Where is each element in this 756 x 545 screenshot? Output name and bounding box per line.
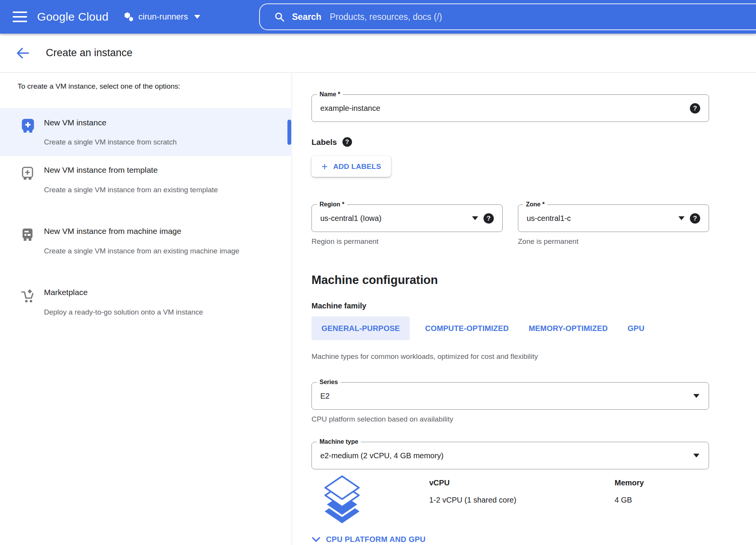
series-label: Series bbox=[317, 378, 341, 386]
name-field[interactable]: Name * example-instance ? bbox=[311, 94, 709, 122]
labels-heading: Labels bbox=[311, 138, 337, 147]
tab-general-purpose[interactable]: GENERAL-PURPOSE bbox=[311, 316, 410, 340]
add-labels-label: ADD LABELS bbox=[333, 162, 381, 171]
series-select[interactable]: Series E2 bbox=[311, 382, 709, 410]
sidebar-item-marketplace[interactable]: Marketplace Deploy a ready-to-go solutio… bbox=[0, 283, 292, 329]
search-placeholder: Products, resources, docs (/) bbox=[330, 12, 442, 22]
add-labels-button[interactable]: + ADD LABELS bbox=[311, 156, 391, 177]
machine-family-helper-text: Machine types for common workloads, opti… bbox=[311, 352, 756, 361]
search-input[interactable]: Search Products, resources, docs (/) bbox=[259, 3, 756, 30]
sidebar-item-vm-from-template[interactable]: New VM instance from template Create a s… bbox=[0, 161, 292, 218]
dropdown-caret-icon bbox=[472, 216, 478, 220]
option-title: New VM instance bbox=[44, 118, 106, 127]
machine-configuration-heading: Machine configuration bbox=[311, 273, 756, 287]
name-field-value: example-instance bbox=[320, 104, 690, 113]
series-value: E2 bbox=[320, 392, 688, 401]
sidebar-item-vm-from-machine-image[interactable]: New VM instance from machine image Creat… bbox=[0, 222, 292, 279]
page-header: Create an instance bbox=[0, 34, 756, 73]
back-arrow-icon bbox=[15, 47, 30, 60]
vm-instance-icon bbox=[21, 118, 35, 133]
marketplace-cart-icon bbox=[21, 289, 35, 304]
region-value: us-central1 (Iowa) bbox=[320, 214, 467, 223]
scrollbar-thumb[interactable] bbox=[287, 120, 291, 145]
instance-form-panel: Name * example-instance ? Labels ? + ADD… bbox=[292, 73, 756, 545]
vm-template-icon bbox=[21, 166, 34, 181]
machine-type-value: e2-medium (2 vCPU, 4 GB memory) bbox=[320, 451, 688, 460]
zone-value: us-central1-c bbox=[527, 214, 673, 223]
zone-select[interactable]: Zone * us-central1-c ? bbox=[518, 204, 709, 232]
memory-value: 4 GB bbox=[615, 496, 644, 504]
chevron-down-icon bbox=[194, 15, 200, 19]
dropdown-caret-icon bbox=[678, 216, 685, 220]
series-helper-text: CPU platform selection based on availabi… bbox=[311, 415, 756, 423]
machine-layers-icon bbox=[322, 475, 362, 524]
cpu-platform-gpu-expander[interactable]: CPU PLATFORM AND GPU bbox=[311, 535, 756, 544]
menu-icon[interactable] bbox=[13, 11, 27, 22]
machine-image-icon bbox=[21, 227, 34, 242]
name-field-label: Name * bbox=[317, 91, 343, 98]
chevron-down-icon bbox=[311, 537, 321, 543]
region-help-icon[interactable]: ? bbox=[483, 213, 494, 224]
sidebar-item-new-vm-instance[interactable]: New VM instance Create a single VM insta… bbox=[0, 108, 292, 156]
tab-compute-optimized[interactable]: COMPUTE-OPTIMIZED bbox=[415, 316, 519, 340]
dropdown-caret-icon bbox=[693, 394, 699, 398]
app-bar: Google Cloud cirun-runners Search Produc… bbox=[0, 0, 756, 34]
machine-type-spec-row: vCPU 1-2 vCPU (1 shared core) Memory 4 G… bbox=[311, 475, 756, 524]
back-button[interactable] bbox=[15, 47, 30, 60]
option-title: New VM instance from machine image bbox=[44, 227, 181, 236]
page-title: Create an instance bbox=[46, 47, 133, 59]
machine-type-label: Machine type bbox=[317, 438, 361, 446]
project-selector[interactable]: cirun-runners bbox=[124, 12, 200, 22]
option-title: Marketplace bbox=[44, 288, 88, 297]
option-title: New VM instance from template bbox=[44, 165, 158, 175]
zone-helper-text: Zone is permanent bbox=[518, 237, 709, 246]
name-help-icon[interactable]: ? bbox=[690, 103, 700, 114]
region-helper-text: Region is permanent bbox=[311, 237, 503, 246]
region-select[interactable]: Region * us-central1 (Iowa) ? bbox=[311, 204, 503, 232]
tab-memory-optimized[interactable]: MEMORY-OPTIMIZED bbox=[519, 316, 618, 340]
memory-column-header: Memory bbox=[615, 478, 644, 487]
project-hexagons-icon bbox=[124, 12, 134, 22]
options-intro-text: To create a VM instance, select one of t… bbox=[18, 82, 180, 91]
option-description: Create a single VM instance from an exis… bbox=[44, 244, 243, 258]
cpu-platform-gpu-label: CPU PLATFORM AND GPU bbox=[326, 535, 425, 544]
machine-family-tabs: GENERAL-PURPOSE COMPUTE-OPTIMIZED MEMORY… bbox=[311, 316, 756, 340]
option-description: Create a single VM instance from scratch bbox=[44, 135, 243, 149]
vcpu-value: 1-2 vCPU (1 shared core) bbox=[429, 496, 582, 504]
option-description: Create a single VM instance from an exis… bbox=[44, 183, 243, 197]
search-label: Search bbox=[292, 12, 321, 22]
machine-type-select[interactable]: Machine type e2-medium (2 vCPU, 4 GB mem… bbox=[311, 442, 709, 469]
dropdown-caret-icon bbox=[693, 454, 699, 457]
zone-label: Zone * bbox=[523, 201, 547, 208]
project-name: cirun-runners bbox=[138, 12, 188, 22]
tab-gpu[interactable]: GPU bbox=[618, 316, 654, 340]
machine-family-label: Machine family bbox=[311, 302, 756, 310]
creation-options-panel: To create a VM instance, select one of t… bbox=[0, 73, 292, 545]
zone-help-icon[interactable]: ? bbox=[690, 213, 700, 224]
google-cloud-logo[interactable]: Google Cloud bbox=[37, 10, 109, 23]
labels-help-icon[interactable]: ? bbox=[342, 137, 352, 147]
plus-icon: + bbox=[321, 161, 328, 172]
search-icon bbox=[274, 12, 284, 22]
vcpu-column-header: vCPU bbox=[429, 478, 582, 487]
region-label: Region * bbox=[317, 201, 347, 208]
option-description: Deploy a ready-to-go solution onto a VM … bbox=[44, 305, 243, 320]
